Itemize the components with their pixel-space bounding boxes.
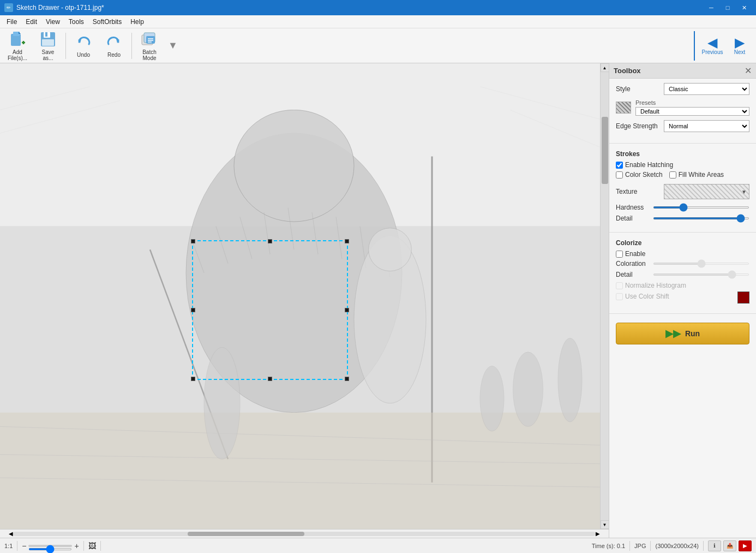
add-files-button[interactable]: AddFile(s)... bbox=[3, 31, 32, 61]
enable-hatching-checkbox[interactable] bbox=[616, 162, 623, 169]
svg-rect-7 bbox=[45, 32, 47, 37]
normalize-histogram-row: Normalize Histogram bbox=[616, 282, 749, 289]
run-label: Run bbox=[685, 329, 700, 338]
color-shift-label[interactable]: Use Color Shift bbox=[625, 293, 669, 300]
svg-rect-8 bbox=[42, 39, 54, 46]
normalize-histogram-label[interactable]: Normalize Histogram bbox=[625, 282, 686, 289]
youtube-icon-button[interactable]: ▶ bbox=[739, 540, 752, 551]
vertical-scrollbar[interactable]: ▲ ▼ bbox=[600, 63, 609, 529]
menu-help[interactable]: Help bbox=[126, 17, 148, 27]
scroll-thumb[interactable] bbox=[602, 117, 608, 184]
colorize-enable-label[interactable]: Enable bbox=[625, 250, 645, 258]
hardness-label: Hardness bbox=[616, 204, 649, 211]
strokes-title: Strokes bbox=[616, 150, 749, 158]
scroll-right-button[interactable]: ▶ bbox=[596, 531, 600, 537]
horizontal-scrollbar[interactable]: ◀ ▶ bbox=[0, 529, 609, 538]
colorize-section: Colorize Enable Coloration Detail Normal… bbox=[609, 235, 756, 311]
zoom-minus-button[interactable]: − bbox=[22, 542, 26, 550]
style-select[interactable]: Classic Pencil Charcoal bbox=[664, 83, 749, 95]
hardness-slider[interactable] bbox=[653, 206, 749, 209]
color-sketch-checkbox[interactable] bbox=[616, 171, 623, 179]
toolbar-separator-2 bbox=[131, 33, 132, 59]
color-shift-swatch[interactable] bbox=[737, 292, 749, 304]
redo-icon bbox=[105, 33, 123, 51]
maximize-button[interactable]: □ bbox=[720, 0, 735, 15]
undo-button[interactable]: Undo bbox=[69, 31, 98, 61]
canvas-image[interactable] bbox=[0, 63, 600, 529]
canvas-viewport: ▲ ▼ bbox=[0, 63, 609, 529]
next-button[interactable]: ▶ Next bbox=[727, 31, 753, 61]
svg-rect-13 bbox=[146, 36, 155, 44]
previous-label: Previous bbox=[702, 49, 723, 55]
add-files-icon bbox=[9, 31, 26, 48]
scroll-track[interactable] bbox=[601, 72, 609, 520]
svg-rect-38 bbox=[0, 413, 600, 529]
enable-hatching-row: Enable Hatching bbox=[616, 161, 749, 169]
menu-view[interactable]: View bbox=[41, 17, 64, 27]
menu-softorbits[interactable]: SoftOrbits bbox=[88, 17, 126, 27]
window-title: Sketch Drawer - otp-1711.jpg* bbox=[16, 4, 104, 11]
fill-white-areas-checkbox[interactable] bbox=[669, 171, 676, 179]
coloration-slider[interactable] bbox=[653, 263, 749, 265]
batch-icon bbox=[141, 31, 158, 48]
status-icon-1[interactable]: 🖼 bbox=[88, 542, 96, 550]
divider-1 bbox=[609, 143, 756, 144]
zoom-slider[interactable] bbox=[28, 545, 72, 547]
share-icon-button[interactable]: 📤 bbox=[723, 540, 736, 551]
style-row: Style Classic Pencil Charcoal bbox=[616, 83, 749, 95]
normalize-histogram-checkbox[interactable] bbox=[616, 282, 623, 289]
colorize-detail-slider[interactable] bbox=[653, 273, 749, 276]
scroll-down-button[interactable]: ▼ bbox=[601, 520, 609, 529]
undo-label: Undo bbox=[77, 52, 90, 58]
colorize-detail-row: Detail bbox=[616, 271, 749, 278]
svg-point-20 bbox=[234, 110, 354, 222]
enable-hatching-label[interactable]: Enable Hatching bbox=[625, 161, 673, 169]
zoom-range[interactable] bbox=[28, 548, 72, 550]
previous-button[interactable]: ◀ Previous bbox=[699, 31, 725, 61]
minimize-button[interactable]: ─ bbox=[704, 0, 719, 15]
scroll-left-button[interactable]: ◀ bbox=[9, 531, 13, 537]
zoom-controls: − + bbox=[22, 542, 79, 550]
window-controls: ─ □ ✕ bbox=[704, 0, 752, 15]
texture-preview[interactable] bbox=[664, 184, 749, 199]
color-shift-checkbox[interactable] bbox=[616, 293, 623, 300]
menu-file[interactable]: File bbox=[2, 17, 21, 27]
menu-tools[interactable]: Tools bbox=[64, 17, 88, 27]
scroll-up-button[interactable]: ▲ bbox=[601, 63, 609, 72]
save-as-button[interactable]: Saveas... bbox=[34, 31, 62, 61]
run-button[interactable]: ▶▶ Run bbox=[616, 323, 749, 344]
batch-mode-label: BatchMode bbox=[142, 49, 157, 61]
style-section: Style Classic Pencil Charcoal Presets De… bbox=[609, 79, 756, 141]
menu-bar: File Edit View Tools SoftOrbits Help bbox=[0, 15, 756, 28]
menu-edit[interactable]: Edit bbox=[21, 17, 41, 27]
presets-icon bbox=[616, 102, 631, 114]
presets-label: Presets bbox=[635, 99, 749, 106]
status-sep-2 bbox=[83, 541, 84, 551]
svg-point-43 bbox=[513, 352, 543, 426]
style-label: Style bbox=[616, 85, 659, 93]
fill-white-areas-label[interactable]: Fill White Areas bbox=[679, 171, 724, 179]
edge-strength-select[interactable]: Normal Soft Strong bbox=[664, 120, 749, 132]
presets-select[interactable]: Default Light Dark bbox=[635, 107, 749, 116]
status-sep-1 bbox=[17, 541, 17, 551]
texture-row: Texture bbox=[616, 184, 749, 199]
close-button[interactable]: ✕ bbox=[736, 0, 752, 15]
info-icon-button[interactable]: ℹ bbox=[708, 540, 721, 551]
app-icon: ✏ bbox=[4, 3, 13, 12]
toolbar-separator-1 bbox=[65, 33, 66, 59]
fill-white-areas-row: Fill White Areas bbox=[669, 171, 724, 179]
h-scroll-track[interactable] bbox=[13, 532, 596, 536]
redo-button[interactable]: Redo bbox=[100, 31, 128, 61]
divider-3 bbox=[609, 313, 756, 314]
toolbox-close-button[interactable]: ✕ bbox=[745, 66, 752, 76]
colorize-enable-checkbox[interactable] bbox=[616, 251, 623, 258]
svg-point-45 bbox=[204, 347, 240, 459]
zoom-plus-button[interactable]: + bbox=[74, 542, 79, 550]
detail-slider[interactable] bbox=[653, 217, 749, 219]
main-content: ▲ ▼ ◀ ▶ Toolbox ✕ Style bbox=[0, 63, 756, 538]
batch-mode-button[interactable]: BatchMode bbox=[135, 31, 164, 61]
color-sketch-label[interactable]: Color Sketch bbox=[625, 171, 663, 179]
edge-strength-label: Edge Strength bbox=[616, 122, 659, 130]
h-scroll-thumb[interactable] bbox=[188, 532, 304, 536]
color-shift-row: Use Color Shift bbox=[616, 292, 749, 304]
